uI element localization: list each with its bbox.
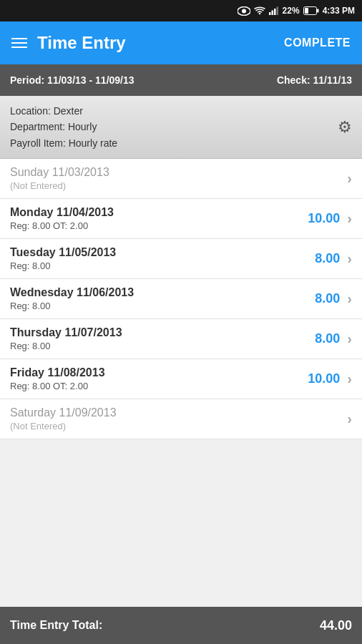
day-hours-4: 8.00 bbox=[304, 331, 340, 346]
day-hours-3: 8.00 bbox=[304, 291, 340, 306]
complete-button[interactable]: COMPLETE bbox=[284, 36, 351, 49]
day-detail-4: Reg: 8.00 bbox=[10, 341, 304, 351]
day-name-5: Friday 11/08/2013 bbox=[10, 366, 304, 379]
battery-text: 22% bbox=[283, 6, 300, 16]
chevron-icon-2: › bbox=[347, 250, 352, 267]
svg-rect-7 bbox=[317, 9, 319, 13]
day-detail-2: Reg: 8.00 bbox=[10, 260, 304, 271]
info-section: Location: Dexter Department: Hourly Payr… bbox=[0, 96, 362, 159]
day-entry-right-1: 10.00 › bbox=[304, 210, 352, 227]
day-entry-left-4: Thursday 11/07/2013 Reg: 8.00 bbox=[10, 326, 304, 351]
svg-rect-2 bbox=[269, 12, 271, 15]
day-entry-right-2: 8.00 › bbox=[304, 250, 352, 267]
entries-list: Sunday 11/03/2013 (Not Entered) › Monday… bbox=[0, 159, 362, 439]
day-detail-0: (Not Entered) bbox=[10, 180, 347, 191]
day-name-3: Wednesday 11/06/2013 bbox=[10, 286, 304, 299]
svg-rect-8 bbox=[305, 8, 308, 14]
page-title: Time Entry bbox=[37, 33, 126, 53]
day-entry-right-4: 8.00 › bbox=[304, 331, 352, 347]
day-entry-left-0: Sunday 11/03/2013 (Not Entered) bbox=[10, 166, 347, 191]
day-entry-2[interactable]: Tuesday 11/05/2013 Reg: 8.00 8.00 › bbox=[0, 239, 362, 279]
day-entry-3[interactable]: Wednesday 11/06/2013 Reg: 8.00 8.00 › bbox=[0, 279, 362, 319]
chevron-icon-1: › bbox=[347, 210, 352, 227]
eye-icon bbox=[238, 6, 250, 16]
day-hours-1: 10.00 bbox=[304, 211, 340, 226]
day-name-4: Thursday 11/07/2013 bbox=[10, 326, 304, 339]
day-entry-right-6: › bbox=[347, 411, 352, 427]
location-text: Location: Dexter bbox=[10, 103, 117, 119]
department-text: Department: Hourly bbox=[10, 119, 117, 135]
day-entry-4[interactable]: Thursday 11/07/2013 Reg: 8.00 8.00 › bbox=[0, 319, 362, 359]
wifi-icon bbox=[254, 6, 265, 15]
check-text: Check: 11/11/13 bbox=[277, 74, 352, 86]
settings-button[interactable]: ⚙ bbox=[338, 118, 352, 137]
chevron-icon-0: › bbox=[347, 170, 352, 187]
app-header: Time Entry COMPLETE bbox=[0, 21, 362, 64]
day-entry-left-1: Monday 11/04/2013 Reg: 8.00 OT: 2.00 bbox=[10, 206, 304, 231]
day-entry-right-3: 8.00 › bbox=[304, 291, 352, 307]
day-hours-2: 8.00 bbox=[304, 251, 340, 266]
day-name-1: Monday 11/04/2013 bbox=[10, 206, 304, 219]
svg-rect-4 bbox=[274, 9, 276, 15]
footer-label: Time Entry Total: bbox=[10, 619, 102, 632]
svg-rect-3 bbox=[271, 11, 273, 16]
chevron-icon-6: › bbox=[347, 411, 352, 427]
chevron-icon-4: › bbox=[347, 331, 352, 347]
status-bar: 22% 4:33 PM bbox=[0, 0, 362, 21]
day-entry-left-3: Wednesday 11/06/2013 Reg: 8.00 bbox=[10, 286, 304, 311]
svg-point-1 bbox=[242, 9, 246, 13]
day-name-0: Sunday 11/03/2013 bbox=[10, 166, 347, 179]
footer-total: 44.00 bbox=[320, 618, 352, 633]
time-text: 4:33 PM bbox=[323, 6, 355, 16]
day-detail-5: Reg: 8.00 OT: 2.00 bbox=[10, 381, 304, 391]
chevron-icon-3: › bbox=[347, 291, 352, 307]
day-detail-3: Reg: 8.00 bbox=[10, 301, 304, 311]
period-bar: Period: 11/03/13 - 11/09/13 Check: 11/11… bbox=[0, 64, 362, 96]
payroll-text: Payroll Item: Hourly rate bbox=[10, 135, 117, 151]
status-icons: 22% 4:33 PM bbox=[238, 6, 355, 16]
period-text: Period: 11/03/13 - 11/09/13 bbox=[10, 74, 134, 86]
day-entry-left-2: Tuesday 11/05/2013 Reg: 8.00 bbox=[10, 246, 304, 271]
day-entry-left-5: Friday 11/08/2013 Reg: 8.00 OT: 2.00 bbox=[10, 366, 304, 391]
day-entry-1[interactable]: Monday 11/04/2013 Reg: 8.00 OT: 2.00 10.… bbox=[0, 199, 362, 239]
day-entry-0[interactable]: Sunday 11/03/2013 (Not Entered) › bbox=[0, 159, 362, 199]
footer-bar: Time Entry Total: 44.00 bbox=[0, 607, 362, 644]
day-name-2: Tuesday 11/05/2013 bbox=[10, 246, 304, 259]
battery-icon bbox=[303, 6, 319, 15]
chevron-icon-5: › bbox=[347, 371, 352, 387]
day-detail-1: Reg: 8.00 OT: 2.00 bbox=[10, 220, 304, 231]
day-entry-right-5: 10.00 › bbox=[304, 371, 352, 387]
menu-button[interactable] bbox=[11, 38, 27, 48]
day-entry-6[interactable]: Saturday 11/09/2013 (Not Entered) › bbox=[0, 399, 362, 439]
svg-rect-5 bbox=[276, 7, 278, 16]
info-details: Location: Dexter Department: Hourly Payr… bbox=[10, 103, 117, 151]
day-hours-5: 10.00 bbox=[304, 371, 340, 386]
signal-icon bbox=[269, 6, 279, 15]
day-name-6: Saturday 11/09/2013 bbox=[10, 406, 347, 419]
day-detail-6: (Not Entered) bbox=[10, 421, 347, 431]
day-entry-5[interactable]: Friday 11/08/2013 Reg: 8.00 OT: 2.00 10.… bbox=[0, 359, 362, 399]
header-left: Time Entry bbox=[11, 33, 126, 53]
day-entry-left-6: Saturday 11/09/2013 (Not Entered) bbox=[10, 406, 347, 431]
day-entry-right-0: › bbox=[347, 170, 352, 187]
